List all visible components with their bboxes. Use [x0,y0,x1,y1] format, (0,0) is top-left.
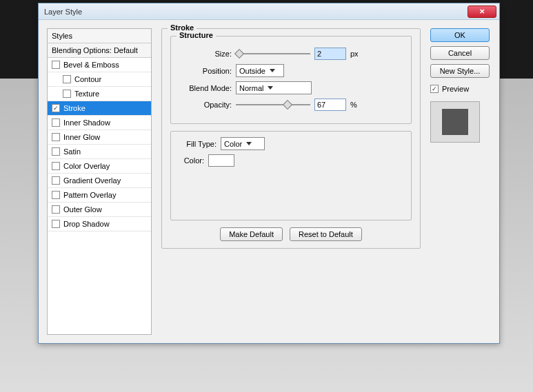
style-item-bevel-emboss[interactable]: Bevel & Emboss [48,58,151,72]
style-checkbox[interactable] [52,176,60,185]
style-label: Stroke [63,104,86,112]
styles-header[interactable]: Styles [48,29,151,43]
style-checkbox[interactable] [52,205,60,214]
close-icon: ✕ [479,8,485,15]
style-item-inner-shadow[interactable]: Inner Shadow [48,116,151,130]
style-item-inner-glow[interactable]: Inner Glow [48,130,151,145]
style-item-texture[interactable]: Texture [48,87,151,101]
opacity-unit: % [350,101,357,109]
stroke-fieldset: Stroke Structure Size: px Position: [161,28,421,249]
opacity-label: Opacity: [179,101,232,109]
styles-list: Styles Blending Options: Default Bevel &… [47,28,152,335]
style-checkbox[interactable] [52,191,60,199]
preview-thumbnail [430,101,480,143]
color-swatch[interactable] [208,154,234,167]
titlebar: Layer Style ✕ [39,3,499,20]
style-label: Inner Shadow [63,118,110,127]
style-label: Bevel & Emboss [63,61,119,69]
close-button[interactable]: ✕ [467,6,496,18]
size-input[interactable] [314,48,346,60]
filltype-select[interactable]: Color [221,137,265,150]
fill-fieldset: Fill Type: Color Color: [170,131,412,220]
style-label: Satin [63,147,81,156]
color-label: Color: [179,156,204,165]
layer-style-dialog: Layer Style ✕ Styles Blending Options: D… [38,3,500,344]
structure-fieldset: Structure Size: px Position: Outs [170,36,412,124]
stroke-options: Stroke Structure Size: px Position: [161,28,421,335]
style-item-contour[interactable]: Contour [48,72,151,87]
style-label: Gradient Overlay [63,176,121,185]
style-item-color-overlay[interactable]: Color Overlay [48,159,151,174]
style-item-stroke[interactable]: Stroke [48,101,151,116]
style-item-drop-shadow[interactable]: Drop Shadow [48,217,151,231]
style-checkbox[interactable] [63,75,71,83]
style-label: Pattern Overlay [63,191,116,199]
size-unit: px [350,50,359,58]
preview-checkbox[interactable] [430,85,439,93]
position-select[interactable]: Outside [236,64,284,77]
preview-label: Preview [442,85,469,93]
opacity-slider[interactable] [236,100,310,110]
chevron-down-icon [268,86,273,90]
dialog-title: Layer Style [44,8,467,16]
size-slider[interactable] [236,49,310,59]
style-label: Texture [74,90,99,98]
style-checkbox[interactable] [52,147,60,156]
make-default-button[interactable]: Make Default [220,227,283,241]
slider-thumb-icon[interactable] [234,49,244,59]
style-item-outer-glow[interactable]: Outer Glow [48,203,151,217]
dialog-buttons: OK Cancel New Style... Preview [430,28,491,335]
style-checkbox[interactable] [63,90,71,98]
size-label: Size: [179,50,232,58]
filltype-label: Fill Type: [179,140,217,148]
blending-options[interactable]: Blending Options: Default [48,43,151,58]
opacity-input[interactable] [314,99,346,111]
style-label: Drop Shadow [63,220,110,228]
style-item-pattern-overlay[interactable]: Pattern Overlay [48,188,151,203]
style-checkbox[interactable] [52,133,60,141]
style-label: Inner Glow [63,133,100,141]
style-label: Contour [74,75,101,83]
style-checkbox[interactable] [52,220,60,228]
style-item-gradient-overlay[interactable]: Gradient Overlay [48,174,151,188]
reset-default-button[interactable]: Reset to Default [290,227,362,241]
slider-thumb-icon[interactable] [283,100,292,110]
style-label: Outer Glow [63,205,102,214]
chevron-down-icon [246,142,252,145]
style-checkbox[interactable] [52,104,60,112]
style-checkbox[interactable] [52,61,60,69]
blendmode-label: Blend Mode: [179,84,232,92]
position-label: Position: [179,67,232,75]
blendmode-select[interactable]: Normal [236,81,312,94]
style-label: Color Overlay [63,162,110,170]
style-item-satin[interactable]: Satin [48,145,151,159]
preview-swatch [442,109,468,135]
style-checkbox[interactable] [52,118,60,127]
ok-button[interactable]: OK [430,28,490,42]
new-style-button[interactable]: New Style... [430,64,490,78]
cancel-button[interactable]: Cancel [430,46,490,60]
chevron-down-icon [270,69,275,72]
style-checkbox[interactable] [52,162,60,170]
structure-legend: Structure [177,31,216,39]
